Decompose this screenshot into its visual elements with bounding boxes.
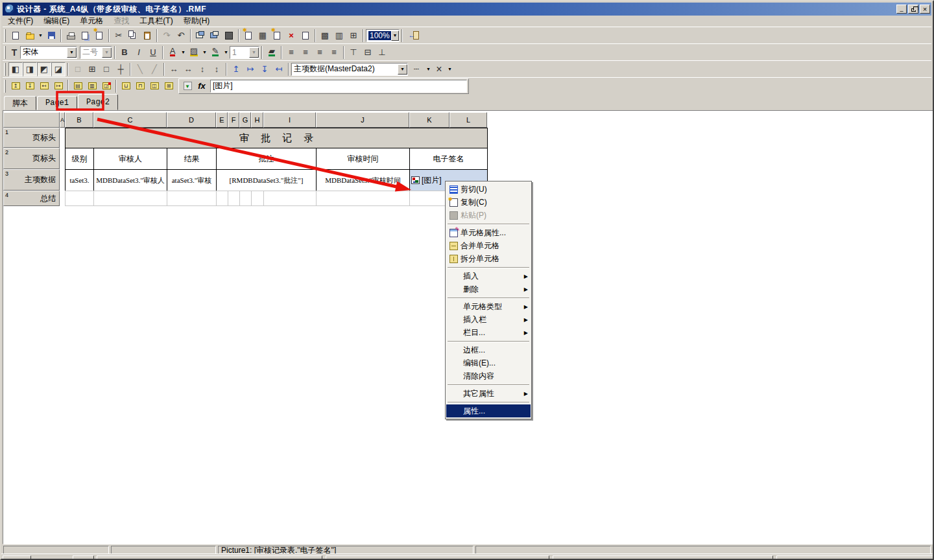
- font-color-dropdown-arrow[interactable]: ▼: [180, 45, 187, 60]
- diagonal-down-button[interactable]: ╲: [133, 62, 147, 76]
- same-height-2-button[interactable]: ↕: [210, 62, 224, 76]
- context-item-cut[interactable]: 剪切(U): [446, 183, 531, 196]
- taskbar-window-button[interactable]: [553, 555, 773, 560]
- context-item-delete[interactable]: 删除▶: [446, 283, 531, 296]
- fill-color-button[interactable]: [222, 29, 236, 43]
- context-item-other-properties[interactable]: 其它属性▶: [446, 387, 531, 400]
- col-header-G[interactable]: G: [239, 112, 251, 128]
- menu-file[interactable]: 文件(F): [3, 15, 38, 27]
- diagonal-up-button[interactable]: ╱: [147, 62, 162, 76]
- context-item-clear-content[interactable]: 清除内容: [446, 369, 531, 382]
- menu-help[interactable]: 帮助(H): [178, 15, 215, 27]
- header-cell-signature[interactable]: 电子签名: [409, 148, 488, 170]
- bold-button[interactable]: B: [117, 45, 132, 60]
- line-color-dropdown-arrow[interactable]: ▼: [222, 45, 230, 60]
- taskbar-window-button[interactable]: [776, 555, 933, 560]
- col-header-E[interactable]: E: [216, 112, 228, 128]
- title-cell[interactable]: 审 批 记 录: [65, 128, 488, 148]
- delete-button[interactable]: ×: [284, 29, 298, 43]
- show-grid-button[interactable]: ▩: [318, 29, 332, 43]
- copy-button[interactable]: [126, 29, 140, 43]
- col-header-A[interactable]: A: [60, 112, 65, 128]
- same-width-2-button[interactable]: ↔: [181, 62, 195, 76]
- col-header-J[interactable]: J: [316, 112, 409, 128]
- taskbar-start-button[interactable]: [3, 555, 31, 560]
- row-header-2[interactable]: 2 页标头: [3, 148, 60, 169]
- context-item-cell-type[interactable]: 单元格类型▶: [446, 300, 531, 313]
- window-borders-button[interactable]: ⊞: [346, 29, 361, 43]
- context-item-insert-band[interactable]: 插入栏▶: [446, 313, 531, 326]
- header-cell-level[interactable]: 级别: [65, 148, 94, 170]
- outer-border-button[interactable]: □: [99, 62, 114, 76]
- line-width-combobox[interactable]: 1 ▼: [230, 46, 259, 59]
- restore-button[interactable]: [908, 5, 918, 14]
- save-button[interactable]: [44, 29, 58, 43]
- insert-page-button[interactable]: [270, 29, 284, 43]
- inner-lines-button[interactable]: ┼: [114, 62, 128, 76]
- context-item-split-cells[interactable]: 拆分单元格: [446, 252, 531, 265]
- context-item-borders[interactable]: 边框...: [446, 344, 531, 356]
- zoom-combobox[interactable]: 100% ▼: [366, 29, 400, 42]
- exit-button[interactable]: [405, 29, 423, 43]
- same-width-button[interactable]: ↔: [167, 62, 181, 76]
- print-preview-button[interactable]: [78, 29, 92, 43]
- col-header-L[interactable]: L: [449, 112, 487, 128]
- cut-button[interactable]: ✂: [112, 29, 126, 43]
- col-header-I[interactable]: I: [263, 112, 316, 128]
- row-header-3[interactable]: 3 主项数据: [3, 169, 60, 191]
- tab-page1[interactable]: Page1: [37, 96, 77, 110]
- data-cell-auditor[interactable]: MDBDataSet3."审核人: [93, 169, 167, 191]
- toolbar-grip[interactable]: [4, 29, 6, 42]
- menu-edit[interactable]: 编辑(E): [38, 15, 75, 27]
- line-style-dropdown-arrow[interactable]: ▼: [425, 62, 432, 76]
- row-header-1[interactable]: 1 页标头: [3, 128, 60, 148]
- font-name-combobox[interactable]: 宋体 ▼: [20, 46, 77, 59]
- open-dropdown-arrow[interactable]: ▼: [37, 29, 44, 43]
- toolbar-grip[interactable]: [4, 46, 6, 59]
- data-cell-audit-time[interactable]: MDBDataSet3."审核时间: [316, 169, 410, 191]
- minimize-button[interactable]: _: [896, 5, 907, 14]
- send-to-back-button[interactable]: [208, 29, 222, 43]
- paste-button[interactable]: [140, 29, 154, 43]
- header-cell-remark[interactable]: 批注: [216, 148, 317, 170]
- valign-top-button[interactable]: ⊤: [346, 45, 361, 60]
- open-button[interactable]: [23, 29, 37, 43]
- font-name-dropdown-arrow[interactable]: ▼: [67, 47, 77, 58]
- border-preset-2-button[interactable]: ◨: [23, 62, 37, 76]
- context-item-cell-properties[interactable]: 单元格属性...: [446, 226, 531, 239]
- menu-toolbars[interactable]: 工具栏(T): [134, 15, 178, 27]
- valign-middle-button[interactable]: ⊟: [361, 45, 375, 60]
- no-border-button[interactable]: □: [71, 62, 85, 76]
- align-right-button[interactable]: ≡: [313, 45, 327, 60]
- snap-grid-button[interactable]: ▥: [332, 29, 346, 43]
- toolbar-grip[interactable]: [4, 63, 6, 76]
- sheet-corner[interactable]: [3, 112, 60, 128]
- context-item-properties[interactable]: 属性...: [446, 404, 531, 417]
- redo-button[interactable]: ↷: [160, 29, 174, 43]
- col-header-F[interactable]: F: [228, 112, 239, 128]
- new-document-button[interactable]: [8, 29, 23, 43]
- context-item-columns[interactable]: 栏目...▶: [446, 326, 531, 339]
- align-center-button[interactable]: ≡: [298, 45, 313, 60]
- close-button[interactable]: ×: [920, 5, 930, 14]
- grid-align-2-button[interactable]: ↦: [243, 62, 257, 76]
- col-header-C[interactable]: C: [93, 112, 167, 128]
- fx-button[interactable]: fx: [195, 80, 209, 93]
- tab-script[interactable]: 脚本: [4, 96, 36, 110]
- clear-cell-button[interactable]: ◲: [99, 79, 114, 93]
- underline-button[interactable]: U: [146, 45, 160, 60]
- all-borders-button[interactable]: ⊞: [85, 62, 99, 76]
- context-item-merge-cells[interactable]: 合并单元格: [446, 239, 531, 252]
- col-header-H[interactable]: H: [251, 112, 263, 128]
- menu-cell[interactable]: 单元格: [75, 15, 108, 27]
- insert-component-button[interactable]: [241, 29, 256, 43]
- clear-format-button[interactable]: ×: [432, 62, 446, 76]
- grid-align-4-button[interactable]: ↤: [272, 62, 286, 76]
- datasource-combobox[interactable]: 主项数据(MasterData2) ▼: [291, 63, 408, 76]
- context-item-copy[interactable]: 复制(C): [446, 196, 531, 209]
- taskbar-window-button[interactable]: [326, 555, 549, 560]
- split-cells-button[interactable]: ⊓: [133, 79, 147, 93]
- tab-page2[interactable]: Page2: [78, 94, 118, 110]
- data-cell-result[interactable]: ataSet3."审核: [167, 169, 217, 191]
- border-preset-4-button[interactable]: ◪: [51, 62, 66, 76]
